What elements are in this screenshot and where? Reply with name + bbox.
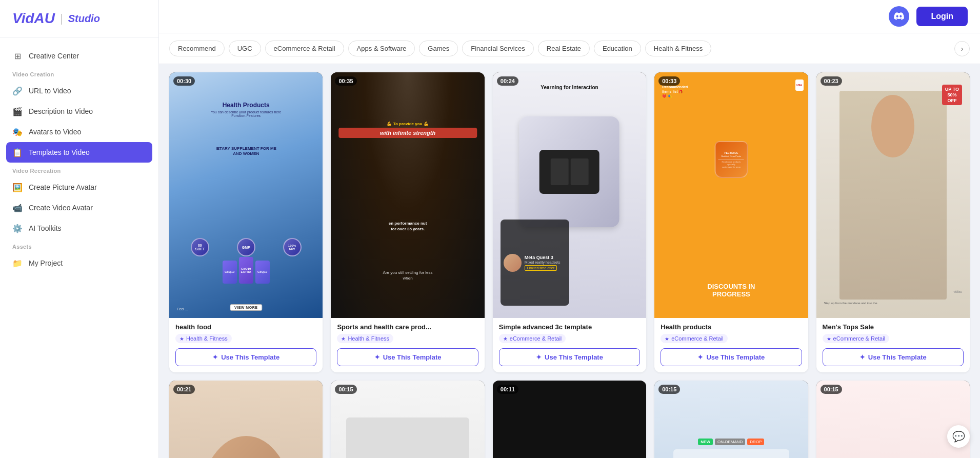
logo-area: VidAU | Studio bbox=[0, 10, 158, 37]
section-label-video-creation: Video Creation bbox=[0, 66, 158, 81]
tag-badge-mens-tops: ★ eCommerce & Retail bbox=[823, 334, 889, 343]
use-template-label-3c: Use This Template bbox=[545, 353, 603, 361]
template-card-mens-tops: UP TO50%OFF Step up from the mundane and… bbox=[816, 72, 970, 372]
sidebar-item-create-video-avatar[interactable]: 📹 Create Video Avatar bbox=[0, 197, 158, 218]
avatar-icon: 🎭 bbox=[12, 127, 23, 137]
grid-icon: ⊞ bbox=[12, 51, 23, 61]
card-thumb-bottom-4: NEW ON-DEMAND DROP 00:15 bbox=[654, 381, 808, 458]
star-icon-2: ★ bbox=[341, 336, 346, 342]
sidebar-label-my-project: My Project bbox=[29, 259, 63, 267]
filter-tab-financial[interactable]: Financial Services bbox=[462, 41, 534, 56]
toolkit-icon: ⚙️ bbox=[12, 223, 23, 233]
card-body-health-products: Health products ★ eCommerce & Retail ✦ U… bbox=[654, 318, 808, 372]
use-template-btn-mens-tops[interactable]: ✦ Use This Template bbox=[823, 348, 964, 366]
sidebar-label-description-to-video: Description to Video bbox=[29, 107, 93, 115]
filter-scroll-right-button[interactable]: › bbox=[954, 41, 970, 56]
duration-badge-health-food: 00:30 bbox=[173, 76, 195, 86]
logo-separator: | bbox=[60, 12, 63, 25]
discord-button[interactable] bbox=[889, 6, 909, 27]
template-card-sports-health: 💪 To provide you 💪 with infinite strengt… bbox=[331, 72, 484, 372]
card-body-sports: Sports and health care prod... ★ Health … bbox=[331, 318, 484, 372]
template-card-health-products: Recommendeditems list 🎁❤️ 🎭 PECTASOLModi… bbox=[654, 72, 808, 372]
login-button[interactable]: Login bbox=[916, 7, 968, 26]
sidebar-item-my-project[interactable]: 📁 My Project bbox=[0, 253, 158, 273]
filter-tab-ugc[interactable]: UGC bbox=[229, 41, 261, 56]
sparkle-icon: ✦ bbox=[212, 353, 218, 361]
card-thumb-health-food: Health Products You can describe your pr… bbox=[169, 72, 323, 318]
filter-tab-ecommerce[interactable]: eCommerce & Retail bbox=[265, 41, 344, 56]
card-thumb-bottom-2: 00:15 bbox=[331, 381, 484, 458]
filter-tab-health-fitness[interactable]: Health & Fitness bbox=[645, 41, 711, 56]
use-template-btn-3c[interactable]: ✦ Use This Template bbox=[499, 348, 640, 366]
sidebar-item-create-picture-avatar[interactable]: 🖼️ Create Picture Avatar bbox=[0, 177, 158, 197]
tag-badge-sports: ★ Health & Fitness bbox=[337, 334, 393, 343]
star-icon-3: ★ bbox=[503, 336, 508, 342]
sidebar-item-ai-toolkits[interactable]: ⚙️ AI Toolkits bbox=[0, 218, 158, 238]
sparkle-icon-2: ✦ bbox=[374, 353, 380, 361]
duration-badge-mens-tops: 00:23 bbox=[821, 76, 842, 86]
filter-tab-apps-software[interactable]: Apps & Software bbox=[348, 41, 415, 56]
sidebar-label-templates-to-video: Templates to Video bbox=[29, 148, 90, 156]
main-content: Login Recommend UGC eCommerce & Retail A… bbox=[159, 0, 980, 458]
section-label-video-recreation: Video Recreation bbox=[0, 163, 158, 177]
duration-badge-bottom-1: 00:21 bbox=[173, 385, 195, 394]
duration-badge-3c: 00:24 bbox=[497, 76, 518, 86]
sidebar-item-description-to-video[interactable]: 🎬 Description to Video bbox=[0, 101, 158, 122]
star-icon-4: ★ bbox=[665, 336, 669, 342]
sidebar-item-templates-to-video[interactable]: 📋 Templates to Video bbox=[6, 142, 152, 163]
tag-badge-3c: ★ eCommerce & Retail bbox=[499, 334, 566, 343]
chat-bubble-button[interactable]: 💬 bbox=[947, 425, 970, 448]
card-thumb-bottom-3: ▶ 00:11 bbox=[493, 381, 646, 458]
sidebar-label-ai-toolkits: AI Toolkits bbox=[29, 224, 62, 232]
use-template-btn-health-food[interactable]: ✦ Use This Template bbox=[175, 348, 316, 366]
sparkle-icon-4: ✦ bbox=[697, 353, 703, 361]
use-template-label-sports: Use This Template bbox=[383, 353, 442, 361]
template-card-bottom-3: ▶ 00:11 ✦ Use This Template bbox=[493, 381, 646, 458]
filter-tab-real-estate[interactable]: Real Estate bbox=[538, 41, 590, 56]
card-thumb-mens-tops: UP TO50%OFF Step up from the mundane and… bbox=[816, 72, 970, 318]
sidebar-label-creative-center: Creative Center bbox=[29, 52, 79, 60]
tag-badge-health-food: ★ Health & Fitness bbox=[175, 334, 232, 343]
duration-badge-bottom-4: 00:15 bbox=[658, 385, 680, 394]
sidebar-label-create-picture-avatar: Create Picture Avatar bbox=[29, 183, 97, 191]
duration-badge-health-products: 00:33 bbox=[658, 76, 680, 86]
tag-label-3c: eCommerce & Retail bbox=[510, 335, 562, 342]
star-icon: ★ bbox=[179, 336, 184, 342]
filter-bar: Recommend UGC eCommerce & Retail Apps & … bbox=[159, 33, 980, 64]
use-template-btn-sports[interactable]: ✦ Use This Template bbox=[337, 348, 478, 366]
use-template-label-mens-tops: Use This Template bbox=[868, 353, 927, 361]
sidebar-label-avatars-to-video: Avatars to Video bbox=[29, 128, 81, 136]
template-card-bottom-2: 00:15 ✦ Use This Template bbox=[331, 381, 484, 458]
content-area: Health Products You can describe your pr… bbox=[159, 64, 980, 458]
template-card-health-food: Health Products You can describe your pr… bbox=[169, 72, 323, 372]
top-bar: Login bbox=[159, 0, 980, 33]
card-title-3c: Simple advanced 3c template bbox=[499, 323, 640, 331]
card-body-health-food: health food ★ Health & Fitness ✦ Use Thi… bbox=[169, 318, 323, 372]
card-body-3c: Simple advanced 3c template ★ eCommerce … bbox=[493, 318, 646, 372]
link-icon: 🔗 bbox=[12, 86, 23, 96]
filter-tab-education[interactable]: Education bbox=[594, 41, 641, 56]
card-thumb-3c: Yearning for Interaction bbox=[493, 72, 646, 318]
card-thumb-sports-health: 💪 To provide you 💪 with infinite strengt… bbox=[331, 72, 484, 318]
tag-badge-health-products: ★ eCommerce & Retail bbox=[661, 334, 727, 343]
template-card-bottom-1: 00:21 ✦ Use This Template bbox=[169, 381, 323, 458]
duration-badge-sports: 00:35 bbox=[335, 76, 356, 86]
sidebar-item-url-to-video[interactable]: 🔗 URL to Video bbox=[0, 81, 158, 101]
use-template-btn-health-products[interactable]: ✦ Use This Template bbox=[661, 348, 802, 366]
sidebar-item-avatars-to-video[interactable]: 🎭 Avatars to Video bbox=[0, 122, 158, 142]
description-icon: 🎬 bbox=[12, 106, 23, 116]
sidebar-label-url-to-video: URL to Video bbox=[29, 87, 71, 95]
card-title-sports: Sports and health care prod... bbox=[337, 323, 478, 331]
card-title-mens-tops: Men's Tops Sale bbox=[823, 323, 964, 331]
card-thumb-bottom-1: 00:21 bbox=[169, 381, 323, 458]
filter-tab-games[interactable]: Games bbox=[419, 41, 458, 56]
templates-grid: Health Products You can describe your pr… bbox=[169, 72, 970, 458]
card-body-mens-tops: Men's Tops Sale ★ eCommerce & Retail ✦ U… bbox=[816, 318, 970, 372]
card-thumb-bottom-5: anti-aging serum 00:15 bbox=[816, 381, 970, 458]
section-label-assets: Assets bbox=[0, 238, 158, 253]
tag-label-sports: Health & Fitness bbox=[348, 335, 389, 342]
sidebar-item-creative-center[interactable]: ⊞ Creative Center bbox=[0, 46, 158, 66]
picture-icon: 🖼️ bbox=[12, 182, 23, 192]
filter-tab-recommend[interactable]: Recommend bbox=[169, 41, 225, 56]
duration-badge-bottom-5: 00:15 bbox=[821, 385, 842, 394]
